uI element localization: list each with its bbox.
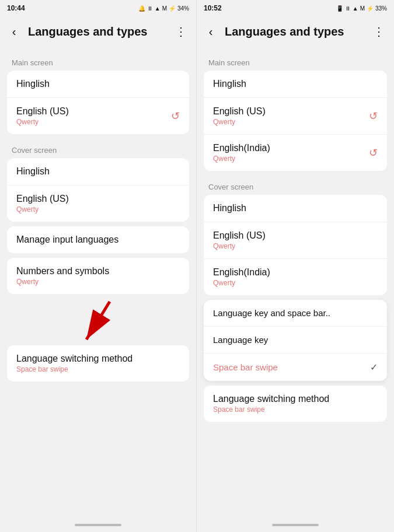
dropdown-label-lang-key: Language key (213, 335, 268, 345)
numbers-symbols-title: Numbers and symbols (16, 266, 109, 276)
list-item[interactable]: Hinglish (204, 195, 387, 222)
r-english-india-cover-subtitle: Qwerty (213, 279, 270, 287)
dropdown-label-spacebar-swipe: Space bar swipe (213, 362, 278, 372)
dropdown-item-lang-key[interactable]: Language key (204, 327, 387, 354)
right-phone-panel: 10:52 📱 ⏸ ▲ M ⚡ 33% ‹ Languages and type… (197, 0, 394, 532)
left-top-bar: ‹ Languages and types ⋮ (0, 16, 196, 47)
signal-icon: ▲ (155, 5, 161, 12)
left-status-time: 10:44 (7, 4, 25, 12)
left-lang-switch-title: Language switching method (16, 354, 180, 364)
language-switching-dropdown: Language key and space bar.. Language ke… (204, 300, 387, 381)
list-item[interactable]: Hinglish (204, 71, 387, 98)
wifi-icon: ⚡ (169, 5, 176, 12)
english-us-cover-subtitle: Qwerty (16, 205, 69, 214)
list-item[interactable]: English(India) Qwerty ↺ (204, 135, 387, 171)
red-arrow (69, 299, 127, 345)
left-main-screen-label: Main screen (0, 51, 196, 71)
dropdown-item-lang-key-spacebar[interactable]: Language key and space bar.. (204, 300, 387, 327)
english-us-cover-title: English (US) (16, 194, 69, 204)
left-lang-switch-item[interactable]: Language switching method Space bar swip… (7, 345, 189, 382)
list-item[interactable]: Hinglish (7, 71, 189, 98)
left-nav-indicator (75, 524, 121, 526)
whatsapp-icon: 📱 (336, 5, 343, 12)
numbers-symbols-subtitle: Qwerty (16, 278, 109, 286)
left-cover-screen-label: Cover screen (0, 139, 196, 158)
right-back-button[interactable]: ‹ (199, 20, 222, 43)
wifi-icon: ⚡ (367, 5, 374, 12)
dropdown-item-spacebar-swipe[interactable]: Space bar swipe ✓ (204, 354, 387, 381)
manage-input-languages-item[interactable]: Manage input languages (7, 226, 189, 253)
left-scroll-content: Main screen Hinglish English (US) Qwerty… (0, 47, 196, 532)
left-status-icons: 🔔 ⏸ ▲ M ⚡ 34% (138, 5, 189, 12)
list-item[interactable]: English (US) Qwerty (204, 222, 387, 259)
right-page-title: Languages and types (222, 25, 368, 38)
r-english-us-cover-title: English (US) (213, 230, 266, 241)
list-item[interactable]: English (US) Qwerty (7, 186, 189, 222)
svg-line-1 (86, 302, 110, 340)
refresh-icon[interactable]: ↺ (369, 110, 378, 123)
left-nav-bar (0, 520, 196, 532)
list-item[interactable]: English (US) Qwerty ↺ (7, 98, 189, 134)
right-status-icons: 📱 ⏸ ▲ M ⚡ 33% (336, 5, 387, 12)
right-status-time: 10:52 (204, 4, 222, 12)
right-cover-screen-label: Cover screen (197, 176, 394, 195)
english-us-main-title: English (US) (16, 106, 69, 117)
right-lang-switch-title: Language switching method (213, 394, 378, 404)
list-item[interactable]: Hinglish (7, 158, 189, 186)
right-nav-bar (197, 520, 394, 532)
left-menu-button[interactable]: ⋮ (170, 21, 191, 42)
signal-icon: ▲ (353, 5, 358, 12)
mail-icon: M (162, 5, 167, 12)
r-english-india-cover-title: English(India) (213, 267, 270, 278)
r-english-india-main-title: English(India) (213, 143, 270, 153)
right-nav-indicator (272, 524, 319, 526)
left-status-bar: 10:44 🔔 ⏸ ▲ M ⚡ 34% (0, 0, 196, 16)
right-cover-screen-card: Hinglish English (US) Qwerty English(Ind… (204, 195, 387, 295)
refresh-icon[interactable]: ↺ (369, 146, 378, 159)
manage-input-languages-label: Manage input languages (16, 235, 180, 245)
pause-icon: ⏸ (345, 5, 351, 12)
right-status-bar: 10:52 📱 ⏸ ▲ M ⚡ 33% (197, 0, 394, 16)
hinglish-cover-title: Hinglish (16, 166, 50, 177)
pause-icon: ⏸ (147, 5, 153, 12)
left-lang-switch-subtitle: Space bar swipe (16, 365, 180, 373)
hinglish-main-title: Hinglish (16, 79, 50, 89)
right-top-bar: ‹ Languages and types ⋮ (197, 16, 394, 47)
left-page-title: Languages and types (26, 25, 170, 38)
r-english-us-main-title: English (US) (213, 106, 266, 117)
list-item[interactable]: English (US) Qwerty ↺ (204, 98, 387, 135)
right-menu-button[interactable]: ⋮ (368, 21, 389, 42)
right-main-screen-label: Main screen (197, 51, 394, 71)
r-english-us-cover-subtitle: Qwerty (213, 242, 266, 250)
left-scroll-area: Main screen Hinglish English (US) Qwerty… (0, 47, 196, 520)
right-lang-switch-subtitle: Space bar swipe (213, 405, 378, 414)
list-item[interactable]: English(India) Qwerty (204, 259, 387, 295)
english-us-main-subtitle: Qwerty (16, 118, 69, 126)
battery-icon: 34% (177, 5, 189, 12)
left-numbers-card: Numbers and symbols Qwerty (7, 258, 189, 294)
dropdown-label-lang-key-spacebar: Language key and space bar.. (213, 308, 330, 318)
left-phone-panel: 10:44 🔔 ⏸ ▲ M ⚡ 34% ‹ Languages and type… (0, 0, 197, 532)
r-english-india-main-subtitle: Qwerty (213, 155, 270, 163)
r-hinglish-main-title: Hinglish (213, 79, 246, 89)
left-back-button[interactable]: ‹ (2, 20, 26, 43)
mail-icon: M (360, 5, 365, 12)
right-scroll-area: Main screen Hinglish English (US) Qwerty… (197, 47, 394, 520)
left-cover-screen-card: Hinglish English (US) Qwerty (7, 158, 189, 222)
r-hinglish-cover-title: Hinglish (213, 203, 246, 214)
battery-icon: 33% (375, 5, 387, 12)
numbers-symbols-item[interactable]: Numbers and symbols Qwerty (7, 258, 189, 294)
left-main-screen-card: Hinglish English (US) Qwerty ↺ (7, 71, 189, 134)
r-english-us-main-subtitle: Qwerty (213, 118, 266, 126)
checkmark-icon: ✓ (370, 362, 378, 373)
right-main-screen-card: Hinglish English (US) Qwerty ↺ English(I… (204, 71, 387, 171)
right-lang-switch-item[interactable]: Language switching method Space bar swip… (204, 386, 387, 422)
notification-icon: 🔔 (138, 5, 145, 12)
refresh-icon[interactable]: ↺ (171, 110, 180, 123)
